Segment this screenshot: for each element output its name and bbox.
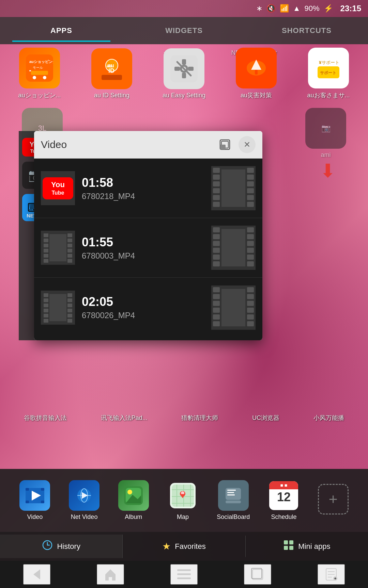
tab-apps[interactable]: APPS bbox=[0, 19, 123, 42]
nav-back-button[interactable] bbox=[23, 564, 50, 585]
app-item-support[interactable]: ¥ サポート サポート auお客さまサ... bbox=[298, 48, 359, 99]
svg-rect-45 bbox=[247, 188, 254, 193]
tab-history[interactable]: History bbox=[0, 535, 123, 558]
app-item-shopping[interactable]: auショッピング モール auショッピン... bbox=[9, 48, 70, 99]
svg-point-117 bbox=[127, 490, 132, 494]
svg-rect-34 bbox=[220, 145, 226, 149]
favorites-icon: ★ bbox=[162, 541, 171, 552]
svg-rect-93 bbox=[213, 294, 220, 299]
svg-rect-139 bbox=[284, 540, 288, 544]
video-info-2: 01:55 6780003_MP4 bbox=[82, 235, 211, 261]
video-fullscreen-button[interactable] bbox=[216, 136, 233, 153]
nav-recents-button[interactable] bbox=[244, 564, 271, 585]
dock-item-add[interactable]: + bbox=[318, 484, 349, 517]
svg-rect-44 bbox=[247, 181, 254, 186]
svg-rect-79 bbox=[44, 298, 48, 302]
dock-item-map[interactable]: Map bbox=[167, 480, 198, 521]
video-info-1: 01:58 6780218_MP4 bbox=[82, 176, 211, 201]
svg-rect-42 bbox=[247, 168, 254, 173]
app-icon-auid: au ID au ID bbox=[91, 48, 132, 89]
svg-rect-135 bbox=[227, 494, 235, 495]
dock-icon-video bbox=[19, 480, 50, 511]
dock-icon-album bbox=[118, 480, 149, 511]
tab-favorites-label: Favorites bbox=[175, 542, 205, 551]
dock-item-netvideo[interactable]: Net Video bbox=[69, 480, 99, 521]
svg-rect-85 bbox=[67, 298, 72, 302]
nav-note-button[interactable] bbox=[318, 564, 345, 585]
tab-shortcuts[interactable]: SHORTCUTS bbox=[245, 19, 368, 42]
app-label-support: auお客さまサ... bbox=[307, 91, 350, 99]
tab-widgets[interactable]: WIDGETS bbox=[123, 19, 245, 42]
video-header-icons: ✕ bbox=[216, 136, 256, 153]
svg-rect-47 bbox=[247, 202, 254, 207]
nav-menu-button[interactable] bbox=[170, 564, 198, 585]
svg-rect-71 bbox=[247, 234, 254, 239]
red-arrow: ⬇ bbox=[320, 160, 336, 182]
mini-apps-icon bbox=[283, 540, 294, 553]
svg-rect-72 bbox=[247, 241, 254, 246]
app-item-easysetting[interactable]: au Easy Setting bbox=[153, 48, 215, 99]
svg-rect-142 bbox=[289, 546, 293, 550]
svg-rect-96 bbox=[213, 314, 220, 320]
dock-item-social[interactable]: SocialBoard bbox=[217, 480, 250, 521]
nav-home-button[interactable] bbox=[97, 564, 124, 585]
svg-rect-102 bbox=[247, 314, 254, 320]
dock-label-netvideo: Net Video bbox=[71, 513, 98, 521]
svg-rect-17 bbox=[182, 59, 186, 65]
svg-point-5 bbox=[43, 76, 46, 79]
video-duration-2: 01:55 bbox=[82, 235, 211, 249]
app-item-disaster[interactable]: au災害対策 bbox=[226, 48, 287, 99]
svg-rect-84 bbox=[67, 293, 72, 297]
filmstrip-2 bbox=[211, 226, 256, 270]
dock-item-album[interactable]: Album bbox=[118, 480, 149, 521]
video-filename-1: 6780218_MP4 bbox=[82, 192, 211, 201]
svg-rect-26 bbox=[255, 70, 258, 75]
svg-rect-133 bbox=[227, 490, 236, 491]
video-list-item-1[interactable]: You Tube 01:58 6780218_MP4 bbox=[34, 159, 262, 218]
video-list-item-2[interactable]: 01:55 6780003_MP4 bbox=[34, 218, 262, 278]
app-icon-support: ¥ サポート サポート bbox=[308, 48, 349, 88]
bg-label-ami: ami bbox=[321, 151, 331, 159]
tab-mini-apps[interactable]: Mini apps bbox=[246, 535, 368, 558]
svg-rect-89 bbox=[67, 319, 72, 323]
svg-rect-48 bbox=[221, 169, 245, 207]
dock-label-social: SocialBoard bbox=[217, 513, 250, 521]
signal-icon: ▲ bbox=[293, 4, 301, 13]
svg-rect-20 bbox=[188, 67, 194, 71]
video-filename-3: 6780026_MP4 bbox=[82, 311, 211, 320]
history-icon bbox=[42, 540, 53, 553]
svg-rect-82 bbox=[44, 314, 48, 317]
svg-rect-76 bbox=[221, 229, 245, 266]
svg-rect-92 bbox=[213, 287, 220, 292]
svg-rect-97 bbox=[213, 321, 220, 326]
dock-item-video[interactable]: Video bbox=[19, 480, 50, 521]
bg-app-ami: 📷 ami bbox=[295, 108, 356, 159]
dock-item-schedule[interactable]: ■ ■ 12 Schedule bbox=[269, 480, 299, 521]
app-label-shopping: auショッピン... bbox=[18, 91, 61, 99]
svg-text:¥: ¥ bbox=[319, 60, 322, 65]
video-list-item-3[interactable]: 02:05 6780026_MP4 bbox=[34, 278, 262, 337]
status-bar: ∗ 🔇 📶 ▲ 90% ⚡ 23:15 bbox=[0, 0, 368, 17]
app-label-easysetting: au Easy Setting bbox=[163, 92, 205, 99]
svg-rect-146 bbox=[177, 573, 191, 575]
mute-icon: 🔇 bbox=[266, 4, 276, 13]
svg-rect-36 bbox=[213, 168, 220, 173]
svg-rect-37 bbox=[213, 175, 220, 180]
svg-rect-19 bbox=[174, 67, 180, 71]
svg-rect-81 bbox=[44, 309, 48, 312]
svg-text:ID: ID bbox=[108, 67, 114, 74]
youtube-thumb: You Tube bbox=[43, 177, 73, 199]
svg-point-4 bbox=[33, 76, 36, 79]
app-item-auid[interactable]: au ID au ID au ID Setting bbox=[81, 48, 142, 99]
svg-rect-74 bbox=[247, 255, 254, 260]
video-close-button[interactable]: ✕ bbox=[239, 136, 256, 153]
tab-favorites[interactable]: ★ Favorites bbox=[123, 536, 245, 557]
video-dialog: Video ✕ You Tube 01:58 6780 bbox=[34, 131, 262, 340]
filmstrip-thumb-2 bbox=[43, 232, 73, 263]
app-label-auid: au ID Setting bbox=[94, 92, 129, 99]
svg-rect-69 bbox=[213, 261, 220, 266]
video-dialog-title: Video bbox=[41, 139, 67, 150]
svg-rect-83 bbox=[44, 319, 48, 323]
svg-rect-66 bbox=[213, 241, 220, 246]
video-info-3: 02:05 6780026_MP4 bbox=[82, 295, 211, 320]
